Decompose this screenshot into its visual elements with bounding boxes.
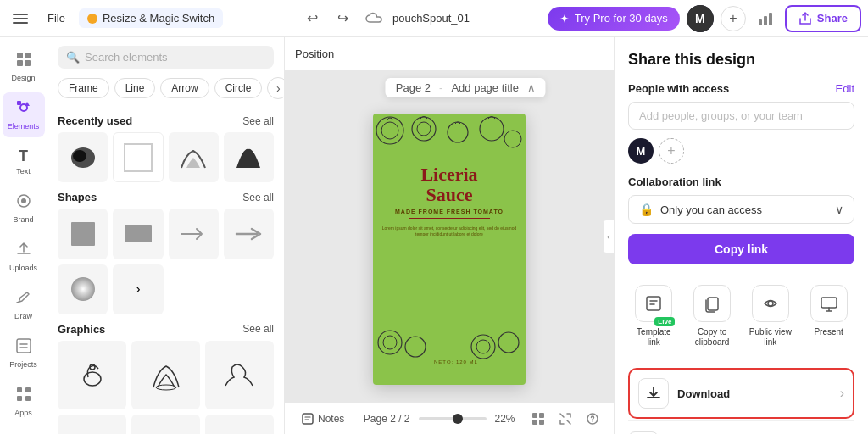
projects-icon (15, 337, 32, 359)
sidebar-item-brand[interactable]: Brand (3, 186, 45, 231)
shape-more[interactable]: › (113, 264, 163, 314)
page-slider-thumb (453, 414, 463, 424)
tag-line[interactable]: Line (114, 78, 156, 98)
sidebar-item-apps[interactable]: Apps (3, 379, 45, 424)
svg-rect-6 (17, 53, 23, 58)
grid-view-button[interactable] (527, 408, 549, 430)
share-button[interactable]: Share (785, 5, 861, 32)
analytics-icon[interactable] (753, 6, 778, 31)
svg-point-34 (417, 122, 431, 136)
tag-circle[interactable]: Circle (214, 78, 263, 98)
sidebar-item-text[interactable]: T Text (3, 141, 45, 182)
svg-rect-0 (13, 14, 28, 15)
recent-item-3[interactable] (169, 132, 219, 182)
share-option-public-view[interactable]: Public view link (745, 278, 797, 354)
add-user-button[interactable]: + (659, 138, 684, 164)
share-option-copy-clipboard[interactable]: Copy to clipboard (687, 278, 738, 354)
shapes-header: Shapes See all (58, 191, 274, 203)
shape-arrow-right[interactable] (224, 209, 274, 259)
recently-used-see-all[interactable]: See all (242, 115, 274, 127)
page-collapse-button[interactable]: ∧ (527, 81, 536, 94)
graphic-item-5[interactable] (131, 415, 200, 434)
recent-item-2[interactable] (113, 132, 163, 182)
sidebar-item-projects[interactable]: Projects (3, 331, 45, 376)
tag-frame[interactable]: Frame (58, 78, 109, 98)
add-people-input[interactable] (628, 102, 854, 130)
elements-icon (15, 99, 32, 120)
canvas-main-content: Liceria Sauce MADE FROME FRESH TOMATO Lo… (373, 164, 526, 237)
tag-arrow[interactable]: Arrow (160, 78, 209, 98)
graphic-item-4[interactable] (58, 415, 126, 434)
try-pro-button[interactable]: ✦ Try Pro for 30 days (548, 7, 680, 31)
expand-button[interactable] (554, 408, 576, 430)
magic-switch-button[interactable]: Resize & Magic Switch (79, 8, 223, 28)
graphic-item-1[interactable] (58, 341, 126, 409)
sidebar-item-design[interactable]: Design (3, 44, 45, 89)
edit-access-link[interactable]: Edit (836, 82, 854, 95)
sidebar-brand-label: Brand (13, 215, 33, 224)
copy-clipboard-label: Copy to clipboard (690, 327, 735, 348)
avatar-row: M + (628, 138, 854, 164)
file-menu-button[interactable]: File (41, 8, 72, 28)
public-view-label: Public view link (748, 327, 793, 348)
page-indicator-label: Page 2 / 2 (364, 413, 410, 425)
search-input[interactable] (85, 51, 265, 64)
share-option-template-link[interactable]: Live Template link (628, 278, 680, 354)
template-link-label: Template link (632, 327, 676, 348)
shape-square[interactable] (58, 209, 108, 259)
graphic-item-2[interactable] (131, 341, 200, 409)
user-avatar[interactable]: M (687, 5, 714, 32)
recent-item-4[interactable] (224, 132, 274, 182)
svg-point-31 (376, 117, 403, 144)
notes-button[interactable]: Notes (295, 409, 351, 428)
menu-button[interactable] (7, 5, 34, 32)
graphic-item-6[interactable] (205, 415, 274, 434)
svg-rect-5 (769, 13, 772, 25)
sidebar-text-label: Text (16, 167, 31, 175)
graphic-item-3[interactable] (205, 341, 274, 409)
recent-item-1[interactable] (58, 132, 108, 182)
elements-panel: 🔍 Frame Line Arrow Circle › Recently use… (47, 37, 285, 434)
svg-rect-14 (17, 339, 31, 353)
svg-rect-8 (17, 60, 23, 66)
sidebar-item-uploads[interactable]: Uploads (3, 234, 45, 279)
copy-link-button[interactable]: Copy link (628, 234, 854, 264)
share-social-action[interactable]: Share on social › (628, 420, 854, 434)
share-option-present[interactable]: Present (803, 278, 854, 354)
shape-line-arrow[interactable] (169, 209, 219, 259)
redo-button[interactable]: ↪ (331, 7, 355, 31)
canvas-bottom-decoration: NETO: 120 ML (373, 300, 526, 368)
page-slider[interactable] (419, 417, 487, 420)
shapes-see-all[interactable]: See all (242, 192, 274, 203)
sidebar-elements-label: Elements (8, 122, 40, 131)
canvas-divider (409, 218, 490, 219)
download-chevron-icon: › (840, 386, 844, 401)
canvas-toolbar: Position (285, 37, 614, 71)
add-team-button[interactable]: + (721, 6, 746, 31)
page-indicator: Page 2 / 2 22% (359, 413, 519, 425)
svg-rect-49 (539, 420, 544, 425)
undo-button[interactable]: ↩ (301, 7, 325, 31)
shape-circle-gradient[interactable] (58, 264, 108, 314)
sidebar-item-draw[interactable]: Draw (3, 282, 45, 327)
star-icon: ✦ (559, 12, 570, 25)
svg-rect-9 (25, 60, 31, 66)
svg-rect-18 (25, 396, 31, 401)
graphics-grid: › (58, 341, 274, 434)
add-title-label[interactable]: Add page title (451, 81, 519, 94)
more-tags-button[interactable]: › (267, 77, 284, 99)
recently-used-header: Recently used See all (58, 114, 274, 127)
copy-clipboard-icon (693, 285, 731, 322)
sidebar-design-label: Design (11, 74, 35, 82)
svg-rect-52 (647, 297, 660, 310)
sidebar-item-elements[interactable]: Elements (3, 92, 45, 137)
graphics-see-all[interactable]: See all (242, 323, 274, 335)
shape-rect[interactable] (113, 209, 163, 259)
download-action[interactable]: Download › (628, 368, 854, 419)
help-button[interactable] (581, 408, 604, 430)
svg-point-33 (412, 117, 436, 141)
collaboration-link-dropdown[interactable]: 🔒 Only you can access ∨ (628, 195, 854, 224)
collapse-panel-button[interactable]: ‹ (603, 220, 614, 253)
apps-icon (15, 386, 32, 407)
present-label: Present (814, 327, 843, 337)
